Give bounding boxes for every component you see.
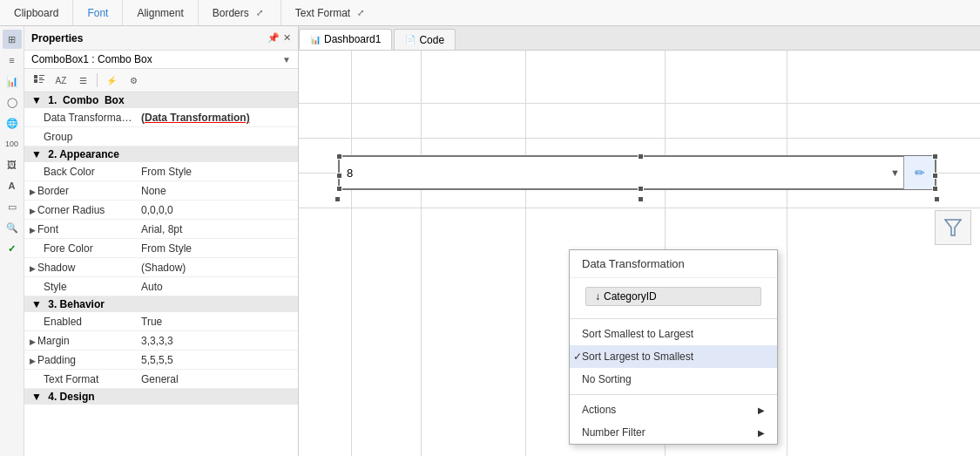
svg-rect-3 [39,78,43,78]
sidebar-icon-globe[interactable]: 🌐 [3,113,22,133]
tab-code-label: Code [419,34,444,46]
row-font[interactable]: ▶Font Arial, 8pt [24,220,298,239]
row-shadow[interactable]: ▶Shadow (Shadow) [24,258,298,277]
sidebar-icon-image[interactable]: 🖼 [3,155,22,174]
label-font: ▶Font [24,223,138,235]
dt-actions[interactable]: Actions ▶ [570,398,777,421]
checkmark-icon: ✓ [573,351,582,363]
row-fore-color[interactable]: Fore Color From Style [24,239,298,258]
sidebar-icon-circle[interactable]: ◯ [3,92,22,112]
dt-sort-largest[interactable]: ✓ Sort Largest to Smallest [570,345,777,368]
label-group: Group [24,131,138,143]
main-content: ⊞ ≡ 📊 ◯ 🌐 100 🖼 A ▭ 🔍 ✓ Properties 📌 ✕ C… [0,26,980,456]
props-toolbar: AZ ☰ ⚡ ⚙ [24,69,298,92]
value-enabled: True [138,316,298,328]
tab-code[interactable]: 📄 Code [394,29,456,50]
row-margin[interactable]: ▶Margin 3,3,3,3 [24,331,298,351]
dt-popup-title: Data Transformation [570,250,777,278]
section-design-label: 4. Design [48,391,94,403]
clipboard-label: Clipboard [14,7,58,19]
label-enabled: Enabled [24,316,138,328]
close-icon[interactable]: ✕ [283,32,291,44]
label-style: Style [24,281,138,293]
combo-selector-arrow-icon: ▼ [282,55,291,65]
label-shadow: ▶Shadow [24,262,138,274]
dt-divider1 [570,318,777,319]
dt-divider2 [570,394,777,395]
handle-ml [336,173,342,179]
alignment-label: Alignment [137,7,183,19]
props-alpha-btn[interactable]: AZ [51,71,71,89]
handle-mr [932,173,938,179]
combo-selector[interactable]: ComboBox1 : Combo Box ▼ [24,51,298,69]
svg-rect-2 [39,75,44,76]
props-gear-btn[interactable]: ⚙ [124,71,143,89]
row-group[interactable]: Group [24,127,298,146]
dt-no-sorting[interactable]: No Sorting [570,368,777,391]
panel-title: Properties [31,32,83,44]
filter-icon [944,218,962,237]
section-behavior-label: 3. Behavior [48,298,105,310]
combo-edit-btn[interactable]: ✏ [903,156,935,189]
sidebar-icon-ok[interactable]: ✓ [3,239,22,258]
tab-dashboard1[interactable]: 📊 Dashboard1 [299,29,392,50]
value-border: None [138,185,298,197]
sidebar-icon-grid[interactable]: ⊞ [3,30,22,49]
sidebar-icon-list[interactable]: ≡ [3,51,22,70]
sidebar-icon-search[interactable]: 🔍 [3,218,22,237]
row-enabled[interactable]: Enabled True [24,312,298,331]
handle-tl [336,153,342,160]
props-view-btn[interactable]: ☰ [73,71,92,89]
label-text-format: Text Format [24,373,138,385]
borders-section: Borders ⤢ [199,0,281,25]
pin-icon[interactable]: 📌 [267,32,280,44]
handle-bl [336,186,342,192]
combo-widget[interactable]: 8 ▼ ✏ [338,155,936,190]
tab-dashboard1-icon: 📊 [310,35,321,44]
props-toolbar-divider [97,73,98,87]
row-data-transformation[interactable]: Data Transformation (Data Transformation… [24,108,298,127]
row-border[interactable]: ▶Border None [24,181,298,201]
dt-category-btn[interactable]: ↓ CategoryID [585,287,761,306]
combo-handle-row [338,197,936,202]
alignment-section: Alignment [123,0,198,25]
textformat-expand-icon: ⤢ [354,6,368,20]
properties-panel: Properties 📌 ✕ ComboBox1 : Combo Box ▼ A… [24,26,299,456]
svg-rect-0 [34,75,37,78]
dt-number-filter[interactable]: Number Filter ▶ [570,421,777,444]
combo-widget-arrow-icon: ▼ [890,167,900,178]
dashboard-area: 8 ▼ ✏ Da [299,51,980,456]
sort-asc-icon: ↓ [595,290,600,303]
borders-expand-icon: ⤢ [253,6,267,20]
props-lightning-btn[interactable]: ⚡ [102,71,121,89]
grid-h4 [299,208,980,208]
dt-sort-smallest[interactable]: Sort Smallest to Largest [570,323,777,345]
label-fore-color: Fore Color [24,242,138,255]
value-font: Arial, 8pt [138,223,298,235]
row-padding[interactable]: ▶Padding 5,5,5,5 [24,351,298,370]
row-back-color[interactable]: Back Color From Style [24,162,298,181]
grid-h2 [299,138,980,139]
row-text-format[interactable]: Text Format General [24,370,298,389]
dt-category-label: CategoryID [604,290,657,303]
grid-v2 [421,51,422,456]
sidebar-icon-number[interactable]: 100 [3,134,22,153]
borders-label: Borders [213,7,249,19]
row-corner-radius[interactable]: ▶Corner Radius 0,0,0,0 [24,201,298,220]
panel-header: Properties 📌 ✕ [24,26,298,51]
row-style[interactable]: Style Auto [24,277,298,296]
sidebar-icon-text[interactable]: A [3,176,22,195]
handle-bm [638,186,644,192]
filter-button[interactable] [935,210,971,245]
sidebar-icon-chart[interactable]: 📊 [3,71,22,91]
handle-br [932,186,938,192]
svg-rect-4 [39,79,44,80]
sidebar-icon-rect[interactable]: ▭ [3,197,22,216]
props-table: ▼ 1. Combo Box Data Transformation (Data… [24,92,298,456]
grid-v5 [787,51,787,456]
props-categorized-btn[interactable] [30,71,49,89]
handle-b2r [934,196,940,202]
grid-v1 [351,51,352,456]
handle-tm [638,153,644,160]
value-data-transformation: (Data Transformation) [138,112,298,124]
